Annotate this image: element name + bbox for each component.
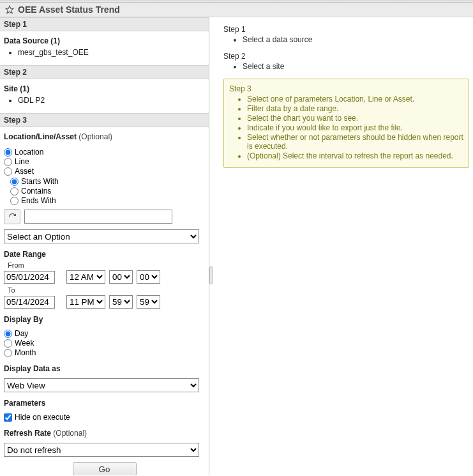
refresh-button[interactable] <box>4 209 20 224</box>
radio-asset-label: Asset <box>15 167 34 176</box>
radio-asset[interactable] <box>4 167 12 176</box>
to-date-input[interactable] <box>4 296 55 309</box>
radio-line[interactable] <box>4 158 12 166</box>
from-sec-select[interactable]: 00 <box>137 270 160 284</box>
right-panel: Step 1 Select a data source Step 2 Selec… <box>212 17 473 475</box>
refresh-icon <box>8 213 17 221</box>
help-step3-header: Step 3 <box>229 84 463 93</box>
help-step1: Step 1 Select a data source <box>223 25 470 44</box>
refresh-rate-label: Refresh Rate <box>4 429 51 438</box>
radio-ends-label: Ends With <box>21 196 56 205</box>
help-step3-item: Select one of parameters Location, Line … <box>247 95 463 104</box>
lla-label: Location/Line/Asset <box>4 132 77 141</box>
site-item: GDL P2 <box>18 96 205 105</box>
refresh-rate-optional: (Optional) <box>51 429 87 438</box>
help-step3-item: Indicate if you would like to export jus… <box>247 123 463 132</box>
star-icon[interactable] <box>5 5 14 14</box>
help-step3-item: Select the chart you want to see. <box>247 114 463 123</box>
help-step2-item: Select a site <box>243 62 470 71</box>
hide-on-execute-label: Hide on execute <box>15 413 70 422</box>
help-step3-item: Filter data by a date range. <box>247 104 463 113</box>
filter-input[interactable] <box>24 210 172 224</box>
radio-contains[interactable] <box>10 187 19 196</box>
radio-week-label: Week <box>15 339 34 348</box>
page-title: OEE Asset Status Trend <box>18 4 120 15</box>
pane-resizer[interactable] <box>209 17 212 475</box>
help-step1-item: Select a data source <box>243 35 470 44</box>
hide-on-execute-checkbox[interactable] <box>4 413 12 422</box>
data-source-label: Data Source (1) <box>4 36 205 45</box>
radio-starts-with[interactable] <box>10 178 19 186</box>
lla-optional: (Optional) <box>77 132 112 141</box>
help-step2: Step 2 Select a site <box>223 52 470 71</box>
go-button[interactable]: Go <box>73 462 137 475</box>
parameters-label: Parameters <box>4 399 45 408</box>
display-by-label: Display By <box>4 315 43 324</box>
to-label: To <box>8 286 205 294</box>
step1-header: Step 1 <box>0 17 209 31</box>
to-hour-select[interactable]: 11 PM <box>66 295 105 309</box>
radio-location[interactable] <box>4 148 12 157</box>
resizer-grip-icon[interactable] <box>209 266 213 284</box>
help-step3-item: Select whether or not parameters should … <box>247 133 463 151</box>
left-panel: Step 1 Data Source (1) mesr_gbs_test_OEE… <box>0 17 209 475</box>
step3-header: Step 3 <box>0 113 209 127</box>
svg-marker-0 <box>6 6 13 13</box>
display-as-select[interactable]: Web View <box>4 378 199 392</box>
step2-header: Step 2 <box>0 65 209 79</box>
radio-line-label: Line <box>15 157 29 166</box>
date-range-label: Date Range <box>4 250 46 259</box>
radio-location-label: Location <box>15 148 43 157</box>
radio-day-label: Day <box>15 329 28 338</box>
help-step1-header: Step 1 <box>223 25 470 34</box>
from-label: From <box>8 261 205 269</box>
refresh-rate-select[interactable]: Do not refresh <box>4 443 199 457</box>
from-min-select[interactable]: 00 <box>109 270 133 284</box>
radio-month-label: Month <box>15 348 36 357</box>
help-step2-header: Step 2 <box>223 52 470 61</box>
radio-ends-with[interactable] <box>10 197 19 205</box>
to-sec-select[interactable]: 59 <box>137 295 160 309</box>
to-min-select[interactable]: 59 <box>109 295 133 309</box>
site-label: Site (1) <box>4 84 205 93</box>
from-hour-select[interactable]: 12 AM <box>66 270 105 284</box>
from-date-input[interactable] <box>4 271 55 284</box>
radio-starts-label: Starts With <box>21 177 59 186</box>
radio-day[interactable] <box>4 330 12 338</box>
option-select[interactable]: Select an Option <box>4 229 199 243</box>
help-step3-item: (Optional) Select the interval to refres… <box>247 151 463 160</box>
title-bar: OEE Asset Status Trend <box>0 3 473 17</box>
help-step3: Step 3 Select one of parameters Location… <box>223 79 469 168</box>
data-source-item: mesr_gbs_test_OEE <box>18 48 205 57</box>
radio-contains-label: Contains <box>21 187 51 196</box>
display-data-as-label: Display Data as <box>4 364 61 373</box>
radio-month[interactable] <box>4 349 12 357</box>
radio-week[interactable] <box>4 339 12 348</box>
